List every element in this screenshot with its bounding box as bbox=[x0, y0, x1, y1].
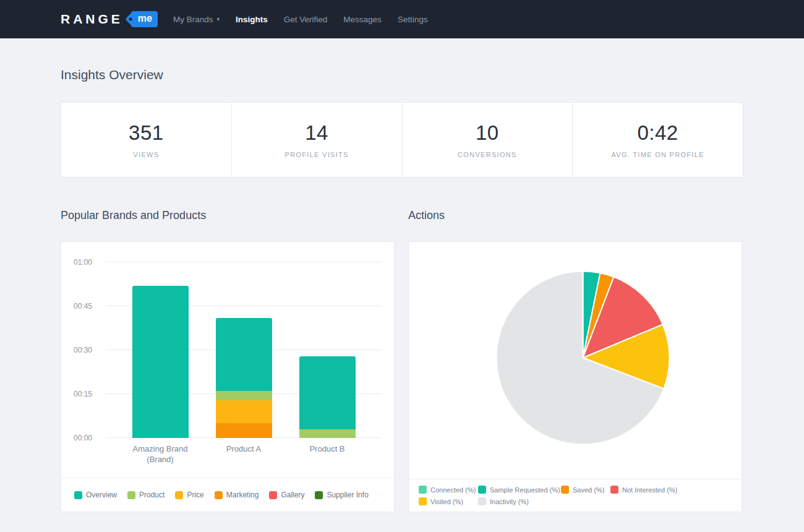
stat-card-conversions: 10CONVERSIONS bbox=[403, 103, 573, 177]
legend-item-saved[interactable]: Saved (%) bbox=[561, 486, 610, 494]
bar-plot-area: Amazing Brand(Brand)Product AProduct B bbox=[106, 245, 382, 465]
stats-row: 351VIEWS14PROFILE VISITS10CONVERSIONS0:4… bbox=[61, 102, 743, 178]
legend-label: Connected (%) bbox=[430, 486, 476, 494]
nav-item-my-brands[interactable]: My Brands▾ bbox=[173, 15, 220, 24]
stat-value: 0:42 bbox=[638, 121, 678, 145]
bar-plot bbox=[106, 245, 382, 438]
bar-column-product-a bbox=[202, 318, 286, 438]
bar-column-amazing-brand-brand bbox=[119, 286, 202, 438]
legend-label: Inactivity (%) bbox=[490, 498, 529, 505]
legend-item-supplier-info[interactable]: Supplier Info bbox=[315, 491, 368, 499]
stat-card-profile-visits: 14PROFILE VISITS bbox=[232, 103, 403, 177]
y-tick-label: 00:30 bbox=[61, 346, 92, 354]
legend-label: Marketing bbox=[226, 491, 259, 499]
legend-item-price[interactable]: Price bbox=[175, 491, 203, 499]
legend-item-not-interested[interactable]: Not Interested (%) bbox=[610, 486, 732, 494]
stat-value: 14 bbox=[305, 121, 328, 145]
nav-item-messages[interactable]: Messages bbox=[343, 15, 382, 24]
legend-item-product[interactable]: Product bbox=[127, 491, 165, 499]
legend-item-sample-requested[interactable]: Sample Requested (%) bbox=[478, 486, 561, 494]
legend-label: Price bbox=[187, 491, 203, 499]
nav-item-label: My Brands bbox=[173, 15, 213, 24]
legend-item-marketing[interactable]: Marketing bbox=[215, 491, 259, 499]
legend-swatch bbox=[478, 486, 486, 494]
legend-label: Not Interested (%) bbox=[622, 486, 677, 494]
legend-item-gallery[interactable]: Gallery bbox=[269, 491, 304, 499]
bar-segment-product bbox=[299, 429, 356, 438]
x-axis-label: Product A bbox=[202, 444, 286, 465]
stat-value: 10 bbox=[476, 121, 499, 145]
nav-item-label: Messages bbox=[343, 15, 382, 24]
legend-label: Supplier Info bbox=[327, 491, 368, 499]
pie-svg bbox=[495, 270, 671, 446]
y-tick-label: 01:00 bbox=[61, 258, 92, 267]
stat-label: PROFILE VISITS bbox=[285, 151, 349, 158]
logo-range-text: RANGE bbox=[61, 12, 123, 27]
pie-legend: Connected (%)Sample Requested (%)Saved (… bbox=[409, 479, 742, 512]
legend-swatch bbox=[478, 497, 486, 505]
chevron-down-icon: ▾ bbox=[217, 17, 220, 22]
bar-y-axis: 00:0000:1500:3000:4501:00 bbox=[61, 245, 106, 438]
main-content: Insights Overview 351VIEWS14PROFILE VISI… bbox=[0, 67, 804, 512]
bar-product-a bbox=[216, 318, 272, 438]
legend-label: Visited (%) bbox=[430, 498, 463, 505]
nav-item-insights[interactable]: Insights bbox=[236, 15, 268, 24]
y-tick-label: 00:45 bbox=[61, 302, 92, 311]
legend-label: Saved (%) bbox=[573, 486, 604, 494]
nav-item-get-verified[interactable]: Get Verified bbox=[284, 15, 328, 24]
stat-label: AVG. TIME ON PROFILE bbox=[611, 151, 704, 158]
bars-row bbox=[106, 245, 382, 438]
legend-item-overview[interactable]: Overview bbox=[74, 491, 117, 499]
bar-segment-overview bbox=[132, 286, 189, 438]
bar-product-b bbox=[299, 356, 356, 438]
logo-me-tag: me bbox=[131, 11, 158, 27]
bar-column-product-b bbox=[286, 356, 369, 438]
pie-chart-card: Connected (%)Sample Requested (%)Saved (… bbox=[408, 241, 742, 512]
bar-segment-marketing bbox=[216, 423, 272, 438]
page-title: Insights Overview bbox=[61, 67, 743, 83]
bar-segment-overview bbox=[299, 356, 356, 429]
legend-item-inactivity[interactable]: Inactivity (%) bbox=[478, 497, 561, 505]
legend-item-connected[interactable]: Connected (%) bbox=[419, 486, 478, 494]
top-nav: RANGE me My Brands▾InsightsGet VerifiedM… bbox=[0, 0, 804, 38]
legend-swatch bbox=[419, 497, 427, 505]
nav-item-label: Settings bbox=[398, 15, 428, 24]
stat-value: 351 bbox=[129, 121, 164, 145]
bar-chart-card: 00:0000:1500:3000:4501:00 Amazing Brand(… bbox=[61, 241, 395, 512]
legend-swatch bbox=[315, 491, 323, 499]
pie-area bbox=[409, 242, 742, 479]
y-tick-label: 00:00 bbox=[61, 434, 92, 442]
legend-label: Gallery bbox=[281, 491, 304, 499]
legend-swatch bbox=[215, 491, 223, 499]
popular-brands-section: Popular Brands and Products 00:0000:1500… bbox=[61, 208, 395, 512]
nav-item-settings[interactable]: Settings bbox=[398, 15, 428, 24]
legend-label: Overview bbox=[86, 491, 117, 499]
bar-x-labels: Amazing Brand(Brand)Product AProduct B bbox=[106, 444, 382, 465]
legend-swatch bbox=[610, 486, 618, 494]
legend-swatch bbox=[561, 486, 569, 494]
rangeme-logo[interactable]: RANGE me bbox=[61, 11, 158, 27]
bar-segment-product bbox=[216, 391, 272, 400]
stat-card-views: 351VIEWS bbox=[61, 103, 232, 177]
stat-label: CONVERSIONS bbox=[458, 151, 517, 158]
bar-legend: OverviewProductPriceMarketingGallerySupp… bbox=[61, 478, 394, 512]
x-axis-label: Amazing Brand(Brand) bbox=[119, 444, 202, 465]
legend-label: Sample Requested (%) bbox=[490, 486, 560, 494]
nav-item-label: Insights bbox=[236, 15, 268, 24]
actions-title: Actions bbox=[408, 208, 742, 222]
logo-me-text: me bbox=[138, 13, 152, 24]
legend-swatch bbox=[269, 491, 277, 499]
legend-swatch bbox=[74, 491, 82, 499]
charts-row: Popular Brands and Products 00:0000:1500… bbox=[61, 208, 743, 512]
stat-label: VIEWS bbox=[133, 151, 159, 158]
legend-item-visited[interactable]: Visited (%) bbox=[419, 497, 478, 505]
popular-brands-title: Popular Brands and Products bbox=[61, 208, 395, 222]
stat-card-avg-time-on-profile: 0:42AVG. TIME ON PROFILE bbox=[573, 103, 743, 177]
nav-item-label: Get Verified bbox=[284, 15, 328, 24]
bar-segment-overview bbox=[216, 318, 272, 391]
bar-segment-price bbox=[216, 400, 272, 424]
legend-swatch bbox=[175, 491, 183, 499]
legend-swatch bbox=[419, 486, 427, 494]
legend-label: Product bbox=[139, 491, 165, 499]
nav-menu: My Brands▾InsightsGet VerifiedMessagesSe… bbox=[173, 15, 428, 24]
